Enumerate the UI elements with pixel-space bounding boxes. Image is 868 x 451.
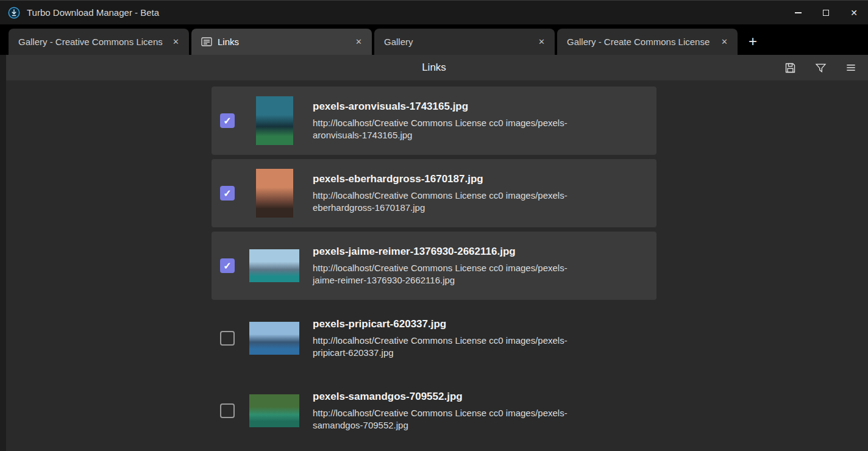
link-meta: pexels-eberhardgross-1670187.jpg http://… [313, 173, 581, 214]
link-checkbox[interactable] [220, 331, 235, 346]
tab-strip: Gallery - Creative Commons Licens ✕ Link… [0, 24, 868, 55]
link-meta: pexels-samandgos-709552.jpg http://local… [313, 391, 581, 431]
tab-label: Links [218, 37, 346, 47]
link-row[interactable]: ✓ pexels-jaime-reimer-1376930-2662116.jp… [212, 232, 656, 300]
menu-button[interactable] [845, 62, 857, 74]
new-tab-button[interactable]: + [740, 33, 766, 50]
page-title: Links [422, 62, 446, 74]
link-meta: pexels-pripicart-620337.jpg http://local… [313, 318, 581, 359]
filter-icon [814, 62, 827, 74]
tab[interactable]: Links ✕ [191, 29, 372, 55]
link-row[interactable]: ✓ pexels-aronvisuals-1743165.jpg http://… [212, 87, 656, 155]
tab[interactable]: Gallery - Create Commons License ✕ [557, 29, 738, 55]
maximize-icon [823, 10, 829, 16]
minimize-button[interactable] [784, 1, 812, 24]
link-thumbnail [249, 249, 299, 282]
tab-label: Gallery [384, 37, 528, 47]
minimize-icon [795, 12, 802, 13]
thumbnail-wrap [249, 96, 299, 145]
thumbnail-wrap [249, 314, 299, 363]
title-bar: Turbo Download Manager - Beta ✕ [0, 0, 868, 24]
content-area: ✓ pexels-aronvisuals-1743165.jpg http://… [0, 80, 868, 451]
link-url: http://localhost/Creative Commons Licens… [313, 262, 581, 286]
tab[interactable]: Gallery ✕ [374, 29, 555, 55]
app-icon [7, 6, 21, 20]
page-header: Links [0, 55, 868, 80]
link-checkbox[interactable]: ✓ [220, 113, 235, 128]
tab-close-icon[interactable]: ✕ [169, 35, 183, 49]
link-checkbox[interactable] [220, 403, 235, 418]
links-tab-icon [201, 37, 212, 46]
link-row[interactable]: pexels-pripicart-620337.jpg http://local… [212, 304, 656, 372]
thumbnail-wrap [249, 169, 299, 218]
tab-close-icon[interactable]: ✕ [535, 35, 549, 49]
thumbnail-wrap [249, 241, 299, 290]
link-url: http://localhost/Creative Commons Licens… [313, 407, 581, 431]
filter-button[interactable] [814, 62, 827, 74]
maximize-button[interactable] [812, 1, 840, 24]
link-thumbnail [249, 394, 299, 427]
tab[interactable]: Gallery - Creative Commons Licens ✕ [9, 29, 189, 55]
link-row[interactable]: pexels-samandgos-709552.jpg http://local… [212, 377, 656, 445]
link-thumbnail [256, 96, 293, 145]
window-title: Turbo Download Manager - Beta [27, 7, 159, 18]
link-checkbox[interactable]: ✓ [220, 186, 235, 201]
tab-close-icon[interactable]: ✕ [717, 35, 731, 49]
app-window: Turbo Download Manager - Beta ✕ Gallery … [0, 0, 868, 451]
close-button[interactable]: ✕ [840, 1, 868, 24]
links-list: ✓ pexels-aronvisuals-1743165.jpg http://… [212, 87, 656, 445]
link-thumbnail [249, 322, 299, 355]
thumbnail-wrap [249, 386, 299, 435]
link-thumbnail [256, 169, 293, 218]
link-filename: pexels-samandgos-709552.jpg [313, 391, 581, 403]
tab-label: Gallery - Creative Commons Licens [18, 37, 163, 47]
menu-icon [845, 62, 857, 74]
link-checkbox[interactable]: ✓ [220, 258, 235, 273]
link-meta: pexels-aronvisuals-1743165.jpg http://lo… [313, 101, 581, 141]
window-left-edge [0, 55, 6, 451]
tab-label: Gallery - Create Commons License [567, 37, 711, 47]
save-icon [784, 62, 797, 74]
link-filename: pexels-aronvisuals-1743165.jpg [313, 101, 581, 113]
link-url: http://localhost/Creative Commons Licens… [313, 117, 581, 141]
header-actions [784, 55, 857, 80]
link-url: http://localhost/Creative Commons Licens… [313, 335, 581, 359]
link-meta: pexels-jaime-reimer-1376930-2662116.jpg … [313, 246, 581, 286]
save-button[interactable] [784, 62, 797, 74]
tab-close-icon[interactable]: ✕ [352, 35, 366, 49]
link-url: http://localhost/Creative Commons Licens… [313, 190, 581, 214]
window-controls: ✕ [784, 1, 868, 24]
link-row[interactable]: ✓ pexels-eberhardgross-1670187.jpg http:… [212, 159, 656, 227]
link-filename: pexels-pripicart-620337.jpg [313, 318, 581, 330]
link-filename: pexels-jaime-reimer-1376930-2662116.jpg [313, 246, 581, 258]
link-filename: pexels-eberhardgross-1670187.jpg [313, 173, 581, 185]
